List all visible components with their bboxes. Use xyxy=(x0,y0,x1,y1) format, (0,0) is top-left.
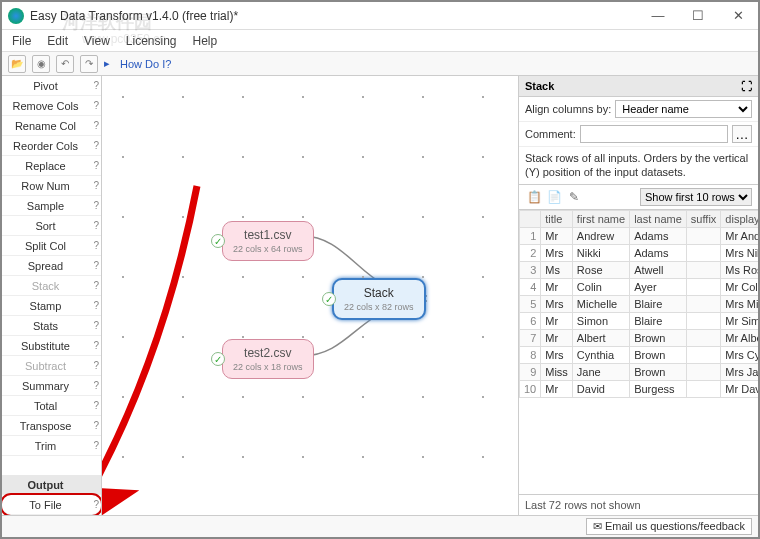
sidebar-item-remove-cols[interactable]: Remove Cols? xyxy=(2,96,101,116)
sidebar-item-rename-col[interactable]: Rename Col? xyxy=(2,116,101,136)
window-title: Easy Data Transform v1.4.0 (free trial)* xyxy=(30,9,638,23)
sidebar-item-trim[interactable]: Trim? xyxy=(2,436,101,456)
table-row[interactable]: 7MrAlbertBrownMr Albert B xyxy=(520,329,759,346)
sidebar-item-sort[interactable]: Sort? xyxy=(2,216,101,236)
minimize-button[interactable]: — xyxy=(638,2,678,29)
node-stack[interactable]: ✓ Stack 22 cols x 82 rows xyxy=(332,278,426,320)
titlebar: Easy Data Transform v1.4.0 (free trial)*… xyxy=(2,2,758,30)
col-header[interactable]: first name xyxy=(572,210,629,227)
menu-licensing[interactable]: Licensing xyxy=(120,32,183,50)
menu-edit[interactable]: Edit xyxy=(41,32,74,50)
col-header[interactable]: title xyxy=(541,210,573,227)
node-test2[interactable]: ✓ test2.csv 22 cols x 18 rows xyxy=(222,339,314,379)
sidebar-item-pivot[interactable]: Pivot? xyxy=(2,76,101,96)
node-sub: 22 cols x 64 rows xyxy=(233,244,303,254)
check-icon: ✓ xyxy=(211,234,225,248)
sidebar-item-row-num[interactable]: Row Num? xyxy=(2,176,101,196)
table-row[interactable]: 2MrsNikkiAdamsMrs Nikki A xyxy=(520,244,759,261)
canvas[interactable]: ✓ test1.csv 22 cols x 64 rows ✓ test2.cs… xyxy=(102,76,518,515)
sidebar-item-replace[interactable]: Replace? xyxy=(2,156,101,176)
menu-help[interactable]: Help xyxy=(187,32,224,50)
align-label: Align columns by: xyxy=(525,103,611,115)
node-title: test1.csv xyxy=(233,228,303,242)
node-title: test2.csv xyxy=(233,346,303,360)
table-row[interactable]: 1MrAndrewAdamsMr Andrew xyxy=(520,227,759,244)
toolbar-redo-icon[interactable]: ↷ xyxy=(80,55,98,73)
table-row[interactable]: 9MissJaneBrownMrs Jane Br xyxy=(520,363,759,380)
comment-more-button[interactable]: … xyxy=(732,125,752,143)
menu-view[interactable]: View xyxy=(78,32,116,50)
sidebar-item-stats[interactable]: Stats? xyxy=(2,316,101,336)
sidebar-output-header: Output xyxy=(2,475,101,495)
node-sub: 22 cols x 18 rows xyxy=(233,362,303,372)
col-header[interactable]: display name xyxy=(721,210,758,227)
align-select[interactable]: Header name xyxy=(615,100,752,118)
table-row[interactable]: 3MsRoseAtwellMs Rose At xyxy=(520,261,759,278)
sidebar-item-subtract[interactable]: Subtract? xyxy=(2,356,101,376)
how-do-i-link[interactable]: How Do I? xyxy=(116,58,171,70)
table-row[interactable]: 4MrColinAyerMr Colin Ay xyxy=(520,278,759,295)
feedback-button[interactable]: ✉ Email us questions/feedback xyxy=(586,518,752,535)
table-row[interactable]: 10MrDavidBurgessMr David B xyxy=(520,380,759,397)
menu-file[interactable]: File xyxy=(6,32,37,50)
table-footer: Last 72 rows not shown xyxy=(519,494,758,515)
node-title: Stack xyxy=(344,286,414,300)
sidebar-item-stack[interactable]: Stack? xyxy=(2,276,101,296)
toolbar: 📂 ◉ ↶ ↷ ▸ How Do I? xyxy=(2,52,758,76)
sidebar-item-summary[interactable]: Summary? xyxy=(2,376,101,396)
sidebar-item-sample[interactable]: Sample? xyxy=(2,196,101,216)
toolbar-open-icon[interactable]: 📂 xyxy=(8,55,26,73)
expand-icon[interactable]: ⛶ xyxy=(741,80,752,92)
sidebar-item-transpose[interactable]: Transpose? xyxy=(2,416,101,436)
col-header[interactable]: suffix xyxy=(686,210,720,227)
copy-icon[interactable]: 📋 xyxy=(525,188,543,206)
table-row[interactable]: 6MrSimonBlaireMr Simon B xyxy=(520,312,759,329)
panel-title: Stack xyxy=(525,80,554,92)
close-button[interactable]: ✕ xyxy=(718,2,758,29)
sidebar-item-stamp[interactable]: Stamp? xyxy=(2,296,101,316)
sidebar-item-spread[interactable]: Spread? xyxy=(2,256,101,276)
sidebar-item-split-col[interactable]: Split Col? xyxy=(2,236,101,256)
node-sub: 22 cols x 82 rows xyxy=(344,302,414,312)
annotation-arrow xyxy=(102,166,212,515)
node-test1[interactable]: ✓ test1.csv 22 cols x 64 rows xyxy=(222,221,314,261)
check-icon: ✓ xyxy=(322,292,336,306)
comment-label: Comment: xyxy=(525,128,576,140)
sidebar-item-reorder-cols[interactable]: Reorder Cols? xyxy=(2,136,101,156)
app-icon xyxy=(8,8,24,24)
toolbar-eye-icon[interactable]: ◉ xyxy=(32,55,50,73)
paste-icon[interactable]: 📄 xyxy=(545,188,563,206)
edit-icon[interactable]: ✎ xyxy=(565,188,583,206)
col-header[interactable] xyxy=(520,210,541,227)
table-row[interactable]: 8MrsCynthiaBrownMrs Cynthia xyxy=(520,346,759,363)
properties-panel: Stack⛶ Align columns by: Header name Com… xyxy=(518,76,758,515)
check-icon: ✓ xyxy=(211,352,225,366)
show-rows-select[interactable]: Show first 10 rows xyxy=(640,188,752,206)
sidebar-to-file[interactable]: To File? xyxy=(2,495,101,515)
table-row[interactable]: 5MrsMichelleBlaireMrs Michel xyxy=(520,295,759,312)
sidebar: Pivot?Remove Cols?Rename Col?Reorder Col… xyxy=(2,76,102,515)
sidebar-item-substitute[interactable]: Substitute? xyxy=(2,336,101,356)
menubar: File Edit View Licensing Help xyxy=(2,30,758,52)
maximize-button[interactable]: ☐ xyxy=(678,2,718,29)
sidebar-item-total[interactable]: Total? xyxy=(2,396,101,416)
col-header[interactable]: last name xyxy=(630,210,687,227)
panel-description: Stack rows of all inputs. Orders by the … xyxy=(519,147,758,184)
statusbar: ✉ Email us questions/feedback xyxy=(2,515,758,537)
data-table: titlefirst namelast namesuffixdisplay na… xyxy=(519,210,758,494)
comment-input[interactable] xyxy=(580,125,728,143)
toolbar-undo-icon[interactable]: ↶ xyxy=(56,55,74,73)
